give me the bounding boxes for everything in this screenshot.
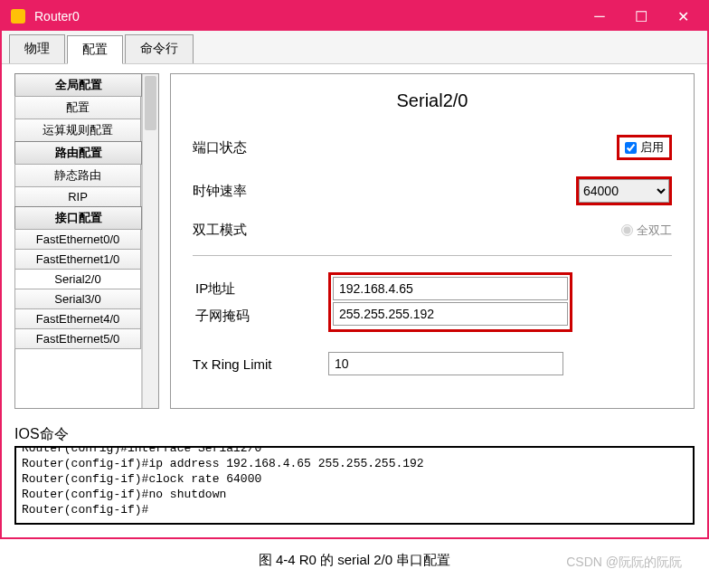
interface-title: Serial2/0 <box>193 90 672 111</box>
clock-rate-select[interactable]: 64000 <box>579 179 669 203</box>
sidebar-item-rip[interactable]: RIP <box>14 186 141 207</box>
minimize-button[interactable]: ─ <box>579 2 620 31</box>
port-status-text: 启用 <box>640 139 664 156</box>
sidebar-item-algorithm[interactable]: 运算规则配置 <box>14 119 141 142</box>
port-status-label: 端口状态 <box>193 139 328 156</box>
duplex-text: 全双工 <box>637 223 672 239</box>
tab-cli[interactable]: 命令行 <box>125 34 194 63</box>
sidebar-item-serial20[interactable]: Serial2/0 <box>14 269 141 289</box>
titlebar: Router0 ─ ☐ ✕ <box>2 2 707 31</box>
sidebar: 全局配置 配置 运算规则配置 路由配置 静态路由 RIP 接口配置 FastEt… <box>14 73 159 409</box>
sidebar-item-fe40[interactable]: FastEthernet4/0 <box>14 308 141 329</box>
main-panel: Serial2/0 端口状态 启用 时钟速率 64000 <box>170 73 695 409</box>
sidebar-item-fe10[interactable]: FastEthernet1/0 <box>14 249 141 270</box>
ios-commands-output[interactable]: Router(config)#interface Serial2/0Router… <box>14 446 695 525</box>
duplex-radio <box>621 224 633 236</box>
sidebar-header-interface: 接口配置 <box>14 206 142 230</box>
duplex-full: 全双工 <box>621 223 672 239</box>
port-status-enable[interactable]: 启用 <box>617 135 672 160</box>
sidebar-item-static[interactable]: 静态路由 <box>14 164 141 187</box>
close-button[interactable]: ✕ <box>662 2 704 31</box>
tab-bar: 物理 配置 命令行 <box>2 31 707 64</box>
maximize-button[interactable]: ☐ <box>620 2 662 31</box>
txring-label: Tx Ring Limit <box>193 356 328 372</box>
sidebar-item-serial30[interactable]: Serial3/0 <box>14 289 141 309</box>
sidebar-header-global: 全局配置 <box>14 73 142 97</box>
sidebar-header-routing: 路由配置 <box>14 141 142 165</box>
subnet-mask-label: 子网掩码 <box>195 302 326 329</box>
ios-commands-label: IOS命令 <box>14 425 695 444</box>
ip-address-input[interactable] <box>333 277 568 300</box>
ip-address-label: IP地址 <box>195 275 326 302</box>
clock-rate-label: 时钟速率 <box>193 183 328 200</box>
sidebar-scrollbar[interactable] <box>142 74 158 408</box>
window-title: Router0 <box>31 9 579 24</box>
tab-config[interactable]: 配置 <box>67 35 123 64</box>
duplex-label: 双工模式 <box>193 222 328 239</box>
sidebar-item-settings[interactable]: 配置 <box>14 96 141 119</box>
sidebar-item-fe00[interactable]: FastEthernet0/0 <box>14 229 141 250</box>
app-window: Router0 ─ ☐ ✕ 物理 配置 命令行 全局配置 配置 运算规则配置 路… <box>0 0 709 539</box>
sidebar-item-fe50[interactable]: FastEthernet5/0 <box>14 328 141 349</box>
txring-input[interactable] <box>328 352 563 375</box>
app-icon <box>11 9 25 24</box>
tab-physical[interactable]: 物理 <box>9 34 65 63</box>
divider <box>193 255 672 256</box>
port-status-checkbox[interactable] <box>625 142 637 154</box>
subnet-mask-input[interactable] <box>333 302 568 326</box>
